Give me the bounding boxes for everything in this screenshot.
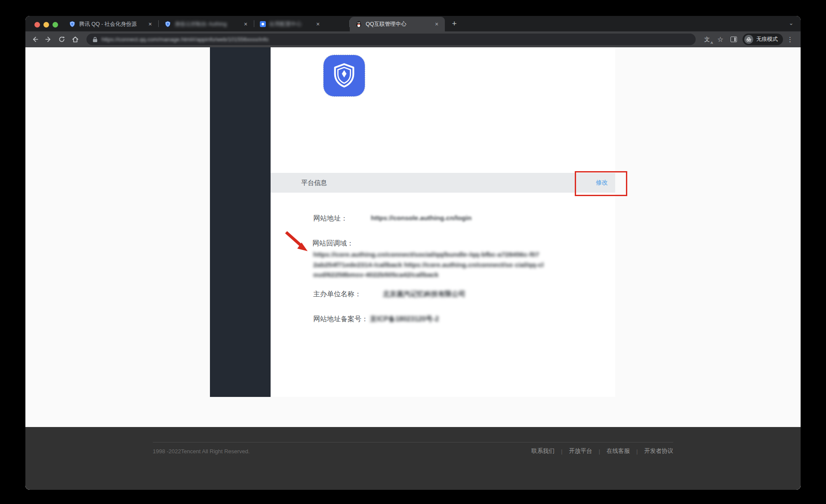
tab-title: QQ互联管理中心	[366, 21, 429, 28]
tab-qq-connect-active[interactable]: QQ互联管理中心 ×	[350, 17, 445, 31]
back-button[interactable]	[29, 33, 41, 46]
footer-separator: |	[598, 448, 600, 455]
blue-app-icon	[260, 21, 266, 27]
reload-button[interactable]	[55, 33, 68, 46]
footer-link-contact[interactable]: 联系我们	[531, 447, 555, 455]
incognito-icon	[744, 35, 753, 44]
field-label: 主办单位名称：	[313, 290, 361, 299]
field-value-redacted: 京ICP备18023120号-2	[370, 315, 439, 324]
reload-icon	[58, 36, 65, 43]
app-shield-logo	[324, 55, 365, 96]
left-nav-sidebar	[210, 47, 271, 397]
footer-links: 联系我们 | 开放平台 | 在线客服 | 开发者协议	[531, 447, 673, 455]
annotation-red-box	[575, 171, 627, 196]
back-arrow-icon	[31, 36, 39, 43]
field-row-org-name: 主办单位名称： 北京蒸汽记忆科技有限公司	[313, 290, 465, 299]
footer-separator: |	[636, 448, 638, 455]
side-panel-button[interactable]	[727, 33, 740, 46]
app-info-card: 平台信息 修改 网站地址： https://console.authing.cn…	[271, 47, 615, 397]
footer-separator: |	[561, 448, 563, 455]
translate-icon: 文	[704, 36, 710, 43]
callback-domains-redacted: https://core.authing.cn/connect/social/q…	[313, 249, 544, 280]
footer-inner: 1998 -2022Tencent All Right Reserved. 联系…	[153, 442, 673, 455]
address-bar[interactable]: https://connect.qq.com/manage.html#/appi…	[86, 34, 696, 45]
shield-icon	[69, 21, 76, 28]
home-icon	[71, 36, 79, 43]
shield-icon	[330, 61, 358, 90]
shield-icon	[164, 21, 171, 28]
field-row-site-url: 网站地址： https://console.authing.cn/login	[313, 214, 472, 223]
new-tab-button[interactable]: +	[448, 18, 460, 30]
star-icon: ☆	[717, 35, 723, 43]
lock-icon	[92, 37, 98, 43]
field-label: 网站回调域：	[312, 240, 354, 247]
tab-app-center[interactable]: 应用配置中心 ×	[254, 17, 349, 31]
page-footer: 1998 -2022Tencent All Right Reserved. 联系…	[25, 427, 801, 490]
screen: 腾讯 QQ - 社会化身份源 × 身份云控制台 Authing × 应用配置中心	[0, 0, 826, 504]
kebab-menu-icon: ⋮	[787, 36, 793, 43]
forward-arrow-icon	[45, 36, 52, 43]
traffic-lights	[34, 22, 58, 28]
side-panel-icon	[730, 37, 737, 42]
window-close-button[interactable]	[34, 22, 40, 28]
field-label: 网站地址备案号：	[313, 315, 368, 324]
copyright-text: 1998 -2022Tencent All Right Reserved.	[153, 448, 250, 455]
browser-menu-button[interactable]: ⋮	[784, 33, 796, 46]
footer-link-developer-agreement[interactable]: 开发者协议	[644, 447, 674, 455]
tabs: 腾讯 QQ - 社会化身份源 × 身份云控制台 Authing × 应用配置中心	[63, 16, 460, 31]
tab-strip: 腾讯 QQ - 社会化身份源 × 身份云控制台 Authing × 应用配置中心	[25, 16, 801, 31]
section-header-bar: 平台信息 修改	[271, 173, 615, 193]
browser-window: 腾讯 QQ - 社会化身份源 × 身份云控制台 Authing × 应用配置中心	[25, 16, 801, 490]
incognito-badge: 无痕模式	[743, 34, 783, 45]
field-row-icp-number: 网站地址备案号： 京ICP备18023120号-2	[313, 315, 439, 324]
tab-close-icon[interactable]: ×	[314, 20, 322, 28]
footer-link-online-service[interactable]: 在线客服	[607, 447, 630, 455]
field-value-redacted: https://console.authing.cn/login	[371, 214, 472, 223]
tab-title-redacted: 应用配置中心	[269, 21, 311, 28]
field-label: 网站地址：	[313, 214, 348, 223]
field-value-redacted: 北京蒸汽记忆科技有限公司	[383, 290, 465, 299]
field-row-callback-label: 网站回调域：	[312, 239, 354, 248]
qq-penguin-icon	[355, 21, 362, 28]
annotation-arrow-icon	[281, 227, 317, 258]
window-minimize-button[interactable]	[43, 22, 49, 28]
page-viewport: 平台信息 修改 网站地址： https://console.authing.cn…	[25, 47, 801, 490]
url-text: https://connect.qq.com/manage.html#/appi…	[102, 36, 268, 43]
translate-button[interactable]: 文	[701, 33, 713, 46]
incognito-label: 无痕模式	[756, 36, 778, 43]
tab-close-icon[interactable]: ×	[242, 20, 250, 28]
tab-close-icon[interactable]: ×	[146, 20, 154, 28]
bookmark-button[interactable]: ☆	[714, 33, 727, 46]
home-button[interactable]	[69, 33, 81, 46]
tab-title: 腾讯 QQ - 社会化身份源	[79, 21, 143, 28]
window-maximize-button[interactable]	[52, 22, 58, 28]
section-title: 平台信息	[301, 179, 327, 187]
tab-close-icon[interactable]: ×	[433, 20, 441, 28]
forward-button[interactable]	[42, 33, 55, 46]
tab-authing-console[interactable]: 身份云控制台 Authing ×	[159, 17, 254, 31]
footer-link-open-platform[interactable]: 开放平台	[569, 447, 592, 455]
tab-tencent-qq[interactable]: 腾讯 QQ - 社会化身份源 ×	[63, 17, 158, 31]
browser-toolbar: https://connect.qq.com/manage.html#/appi…	[25, 31, 801, 47]
chevron-down-icon[interactable]: ⌄	[787, 20, 795, 26]
tab-title-redacted: 身份云控制台 Authing	[175, 21, 238, 28]
